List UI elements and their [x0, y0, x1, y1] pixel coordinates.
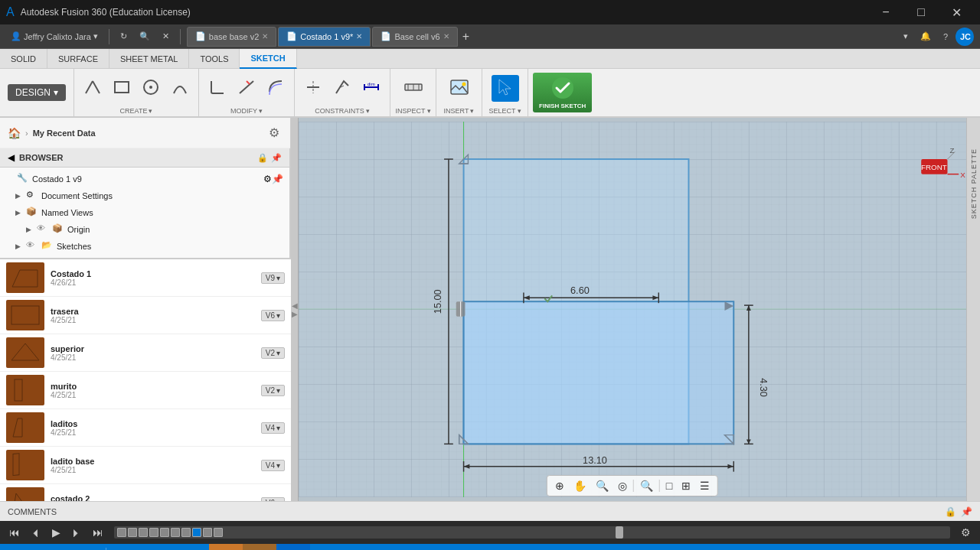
- list-item[interactable]: trasera 4/25/21 V6 ▾: [0, 297, 291, 334]
- timeline-settings-button[interactable]: ⚙: [958, 525, 974, 540]
- constraints-dropdown-icon[interactable]: ▾: [366, 107, 370, 115]
- sidebar-settings-button[interactable]: ⚙: [266, 122, 283, 143]
- ribbon-tab-tools[interactable]: TOOLS: [189, 49, 240, 69]
- insert-image-button[interactable]: [446, 75, 473, 102]
- tab-close-icon-2[interactable]: ✕: [356, 32, 362, 41]
- close-button[interactable]: ✕: [939, 0, 974, 24]
- timeline-frame[interactable]: [214, 528, 223, 537]
- modify-dropdown-icon[interactable]: ▾: [259, 107, 263, 115]
- timeline-frame[interactable]: [171, 528, 180, 537]
- timeline-frame-active[interactable]: [192, 528, 201, 537]
- dimension-button[interactable]: dim: [358, 76, 385, 100]
- item-version[interactable]: V9 ▾: [261, 272, 285, 284]
- sketch-fillet-button[interactable]: [204, 76, 231, 100]
- timeline-frame[interactable]: [160, 528, 169, 537]
- item-version[interactable]: V6 ▾: [261, 497, 285, 502]
- start-button[interactable]: ⊞: [3, 544, 37, 550]
- arc-tool-button[interactable]: [166, 76, 194, 100]
- taskbar-app3-button[interactable]: 🔶: [209, 544, 243, 550]
- timeline-fwd-button[interactable]: ⏵: [68, 525, 85, 540]
- line-tool-button[interactable]: [79, 76, 106, 100]
- taskbar-fusion-button[interactable]: F: [243, 544, 276, 550]
- circle-tool-button[interactable]: [137, 76, 165, 100]
- rectangle-tool-button[interactable]: [108, 76, 136, 100]
- taskbar-edge-button[interactable]: 🌐: [175, 544, 209, 550]
- tab-list-button[interactable]: ▾: [899, 27, 913, 47]
- tree-root-settings[interactable]: ⚙: [263, 174, 272, 184]
- timeline-start-button[interactable]: ⏮: [6, 525, 23, 540]
- timeline-frame[interactable]: [203, 528, 212, 537]
- timeline-frame[interactable]: [149, 528, 158, 537]
- pan-button[interactable]: 🔍: [593, 478, 612, 493]
- close-tool-button[interactable]: ✕: [158, 27, 174, 47]
- list-item[interactable]: costado 2 4/25/21 V6 ▾: [0, 484, 291, 501]
- grid-button[interactable]: ⊞: [678, 478, 694, 493]
- taskbar-explorer-button[interactable]: 📁: [142, 544, 175, 550]
- zoom-button[interactable]: ◎: [615, 478, 630, 493]
- display-settings-button[interactable]: □: [663, 478, 675, 493]
- insert-dropdown-icon[interactable]: ▾: [470, 107, 474, 115]
- timeline-track[interactable]: [114, 526, 950, 539]
- item-version[interactable]: V2 ▾: [261, 347, 285, 359]
- tree-sketches-item[interactable]: ▶ 👁 📂 Sketches: [0, 238, 289, 255]
- minimize-button[interactable]: −: [868, 0, 903, 24]
- timeline-play-button[interactable]: ▶: [49, 525, 64, 540]
- tree-named-views-item[interactable]: ▶ 📦 Named Views: [0, 204, 289, 221]
- timeline-frame[interactable]: [128, 528, 137, 537]
- list-item[interactable]: superior 4/25/21 V2 ▾: [0, 334, 291, 372]
- refresh-button[interactable]: ↻: [116, 27, 132, 47]
- help-button[interactable]: ?: [939, 27, 952, 47]
- item-version[interactable]: V4 ▾: [261, 422, 285, 434]
- list-item[interactable]: laditos 4/25/21 V4 ▾: [0, 409, 291, 447]
- perpendicular-constraint-button[interactable]: [328, 76, 356, 100]
- tree-root-pin[interactable]: 📌: [272, 174, 283, 184]
- create-dropdown-icon[interactable]: ▾: [149, 107, 152, 115]
- timeline-frame[interactable]: [117, 528, 126, 537]
- finish-sketch-button[interactable]: FINISH SKETCH: [533, 73, 592, 112]
- timeline-prev-button[interactable]: ⏴: [28, 525, 44, 540]
- add-tab-button[interactable]: +: [459, 30, 472, 44]
- list-item[interactable]: murito 4/25/21 V2 ▾: [0, 372, 291, 409]
- notification-button[interactable]: 🔔: [916, 27, 936, 47]
- select-dropdown-icon[interactable]: ▾: [518, 107, 521, 115]
- tab-base-base[interactable]: 📄 base base v2 ✕: [187, 27, 276, 47]
- item-version[interactable]: V4 ▾: [261, 460, 285, 471]
- timeline-frame[interactable]: [181, 528, 191, 537]
- account-button[interactable]: JC: [956, 28, 974, 46]
- timeline-end-button[interactable]: ⏭: [90, 525, 106, 540]
- taskbar-mail-button[interactable]: ✉: [108, 544, 142, 550]
- select-button[interactable]: [492, 75, 519, 102]
- ribbon-tab-surface[interactable]: SURFACE: [47, 49, 109, 69]
- list-item[interactable]: ladito base 4/25/21 V4 ▾: [0, 447, 291, 484]
- offset-button[interactable]: [262, 76, 289, 100]
- comments-lock-button[interactable]: 🔒: [945, 506, 956, 517]
- tree-origin-visibility-icon[interactable]: 👁: [37, 223, 49, 236]
- taskview-button[interactable]: ⧉: [70, 544, 104, 550]
- timeline-thumb[interactable]: [616, 526, 623, 539]
- ribbon-tab-sheetmetal[interactable]: SHEET METAL: [109, 49, 189, 69]
- taskbar-word-button[interactable]: W: [276, 544, 310, 550]
- item-version[interactable]: V2 ▾: [261, 385, 285, 396]
- design-dropdown-button[interactable]: DESIGN ▾: [8, 84, 66, 101]
- tree-doc-settings-item[interactable]: ▶ ⚙ Document Settings: [0, 187, 289, 204]
- orbit-button[interactable]: ✋: [570, 478, 590, 493]
- search-button[interactable]: 🔍: [135, 27, 155, 47]
- view-options-button[interactable]: ☰: [697, 478, 713, 493]
- ribbon-tab-sketch[interactable]: SKETCH: [240, 49, 296, 69]
- maximize-button[interactable]: □: [903, 0, 939, 24]
- home-icon[interactable]: 🏠: [8, 127, 21, 139]
- timeline-frame[interactable]: [139, 528, 148, 537]
- fit-button[interactable]: 🔍: [637, 478, 656, 493]
- trim-button[interactable]: [233, 76, 260, 100]
- browser-collapse-button[interactable]: ◀: [8, 152, 15, 163]
- tree-sketches-visibility-icon[interactable]: 👁: [26, 240, 38, 252]
- browser-lock-button[interactable]: 🔒: [257, 153, 268, 163]
- tab-base-cell[interactable]: 📄 Base cell v6 ✕: [372, 27, 457, 47]
- home-view-button[interactable]: ⊕: [552, 478, 567, 493]
- tree-root-item[interactable]: 🔧 Costado 1 v9 ⚙ 📌: [0, 171, 289, 187]
- comments-pin-button[interactable]: 📌: [961, 506, 972, 517]
- sidebar-collapse-handle[interactable]: ◀▶: [291, 118, 299, 501]
- browser-pin-button[interactable]: 📌: [271, 153, 282, 163]
- tab-close-icon-3[interactable]: ✕: [443, 32, 449, 41]
- horizontal-vertical-constraint-button[interactable]: [299, 76, 327, 100]
